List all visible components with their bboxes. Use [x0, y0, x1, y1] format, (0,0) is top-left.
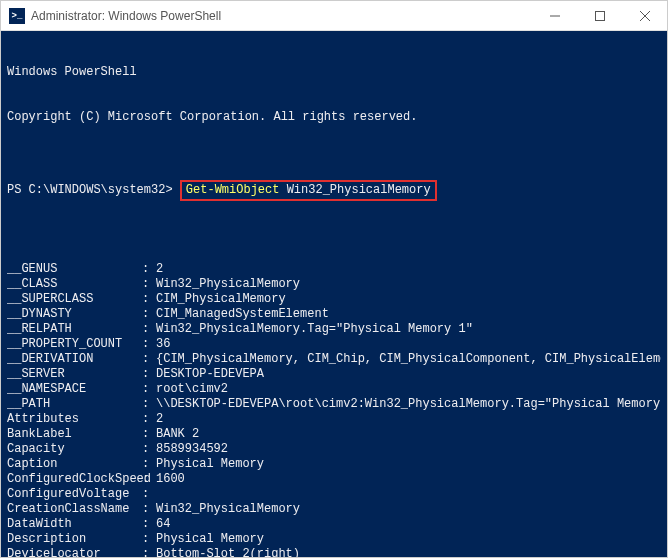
- property-key: __DERIVATION: [7, 352, 142, 367]
- svg-rect-1: [595, 11, 604, 20]
- property-key: __PATH: [7, 397, 142, 412]
- powershell-window: >_ Administrator: Windows PowerShell Win…: [0, 0, 668, 558]
- property-key: __GENUS: [7, 262, 142, 277]
- property-separator: :: [142, 367, 156, 382]
- property-separator: :: [142, 472, 156, 487]
- properties-output: __GENUS: 2__CLASS: Win32_PhysicalMemory_…: [7, 262, 661, 557]
- property-row: ConfiguredVoltage:: [7, 487, 661, 502]
- property-separator: :: [142, 397, 156, 412]
- property-row: Caption: Physical Memory: [7, 457, 661, 472]
- property-row: __RELPATH: Win32_PhysicalMemory.Tag="Phy…: [7, 322, 661, 337]
- property-key: ConfiguredClockSpeed: [7, 472, 142, 487]
- terminal-body[interactable]: Windows PowerShell Copyright (C) Microso…: [1, 31, 667, 557]
- property-value: CIM_ManagedSystemElement: [156, 307, 661, 322]
- property-value: 64: [156, 517, 661, 532]
- property-key: Capacity: [7, 442, 142, 457]
- property-value: Win32_PhysicalMemory: [156, 277, 661, 292]
- property-value: Physical Memory: [156, 457, 661, 472]
- property-value: 2: [156, 262, 661, 277]
- command-cmdlet: Get-WmiObject: [186, 183, 280, 197]
- property-key: __DYNASTY: [7, 307, 142, 322]
- property-value: BANK 2: [156, 427, 661, 442]
- property-key: BankLabel: [7, 427, 142, 442]
- property-key: DataWidth: [7, 517, 142, 532]
- property-separator: :: [142, 502, 156, 517]
- property-key: __SUPERCLASS: [7, 292, 142, 307]
- property-row: __SERVER: DESKTOP-EDEVEPA: [7, 367, 661, 382]
- property-value: 1600: [156, 472, 661, 487]
- maximize-icon: [595, 11, 605, 21]
- property-value: Win32_PhysicalMemory.Tag="Physical Memor…: [156, 322, 661, 337]
- property-row: BankLabel: BANK 2: [7, 427, 661, 442]
- property-row: __NAMESPACE: root\cimv2: [7, 382, 661, 397]
- property-separator: :: [142, 427, 156, 442]
- property-separator: :: [142, 457, 156, 472]
- window-title: Administrator: Windows PowerShell: [31, 9, 532, 23]
- powershell-icon: >_: [9, 8, 25, 24]
- property-row: __CLASS: Win32_PhysicalMemory: [7, 277, 661, 292]
- property-value: Physical Memory: [156, 532, 661, 547]
- property-separator: :: [142, 382, 156, 397]
- property-key: Caption: [7, 457, 142, 472]
- property-row: Attributes: 2: [7, 412, 661, 427]
- prompt-prefix: PS C:\WINDOWS\system32>: [7, 183, 180, 197]
- property-value: root\cimv2: [156, 382, 661, 397]
- property-row: __SUPERCLASS: CIM_PhysicalMemory: [7, 292, 661, 307]
- property-row: ConfiguredClockSpeed: 1600: [7, 472, 661, 487]
- property-separator: :: [142, 277, 156, 292]
- property-row: __PROPERTY_COUNT: 36: [7, 337, 661, 352]
- property-value: \\DESKTOP-EDEVEPA\root\cimv2:Win32_Physi…: [156, 397, 661, 412]
- property-value: 2: [156, 412, 661, 427]
- property-key: CreationClassName: [7, 502, 142, 517]
- property-separator: :: [142, 532, 156, 547]
- close-icon: [640, 11, 650, 21]
- property-separator: :: [142, 322, 156, 337]
- property-value: Win32_PhysicalMemory: [156, 502, 661, 517]
- property-key: Description: [7, 532, 142, 547]
- property-key: Attributes: [7, 412, 142, 427]
- property-key: __SERVER: [7, 367, 142, 382]
- property-value: 36: [156, 337, 661, 352]
- property-separator: :: [142, 352, 156, 367]
- property-separator: :: [142, 517, 156, 532]
- property-key: __PROPERTY_COUNT: [7, 337, 142, 352]
- command-highlight-box: Get-WmiObject Win32_PhysicalMemory: [180, 180, 437, 201]
- header-line-1: Windows PowerShell: [7, 65, 661, 80]
- property-value: [156, 487, 661, 502]
- property-separator: :: [142, 292, 156, 307]
- property-key: __RELPATH: [7, 322, 142, 337]
- property-separator: :: [142, 337, 156, 352]
- property-value: DESKTOP-EDEVEPA: [156, 367, 661, 382]
- property-row: __GENUS: 2: [7, 262, 661, 277]
- property-row: Capacity: 8589934592: [7, 442, 661, 457]
- titlebar[interactable]: >_ Administrator: Windows PowerShell: [1, 1, 667, 31]
- property-key: ConfiguredVoltage: [7, 487, 142, 502]
- property-key: __CLASS: [7, 277, 142, 292]
- prompt-line: PS C:\WINDOWS\system32> Get-WmiObject Wi…: [7, 180, 661, 201]
- command-arg: Win32_PhysicalMemory: [279, 183, 430, 197]
- minimize-button[interactable]: [532, 1, 577, 30]
- property-separator: :: [142, 547, 156, 557]
- minimize-icon: [550, 11, 560, 21]
- titlebar-buttons: [532, 1, 667, 30]
- property-row: Description: Physical Memory: [7, 532, 661, 547]
- property-value: 8589934592: [156, 442, 661, 457]
- property-row: __DERIVATION: {CIM_PhysicalMemory, CIM_C…: [7, 352, 661, 367]
- property-separator: :: [142, 262, 156, 277]
- property-row: DataWidth: 64: [7, 517, 661, 532]
- property-value: {CIM_PhysicalMemory, CIM_Chip, CIM_Physi…: [156, 352, 661, 367]
- property-key: DeviceLocator: [7, 547, 142, 557]
- property-row: __DYNASTY: CIM_ManagedSystemElement: [7, 307, 661, 322]
- property-key: __NAMESPACE: [7, 382, 142, 397]
- header-line-2: Copyright (C) Microsoft Corporation. All…: [7, 110, 661, 125]
- property-row: DeviceLocator: Bottom-Slot 2(right): [7, 547, 661, 557]
- maximize-button[interactable]: [577, 1, 622, 30]
- property-separator: :: [142, 442, 156, 457]
- property-separator: :: [142, 487, 156, 502]
- property-value: Bottom-Slot 2(right): [156, 547, 661, 557]
- property-row: CreationClassName: Win32_PhysicalMemory: [7, 502, 661, 517]
- close-button[interactable]: [622, 1, 667, 30]
- property-separator: :: [142, 307, 156, 322]
- property-separator: :: [142, 412, 156, 427]
- property-value: CIM_PhysicalMemory: [156, 292, 661, 307]
